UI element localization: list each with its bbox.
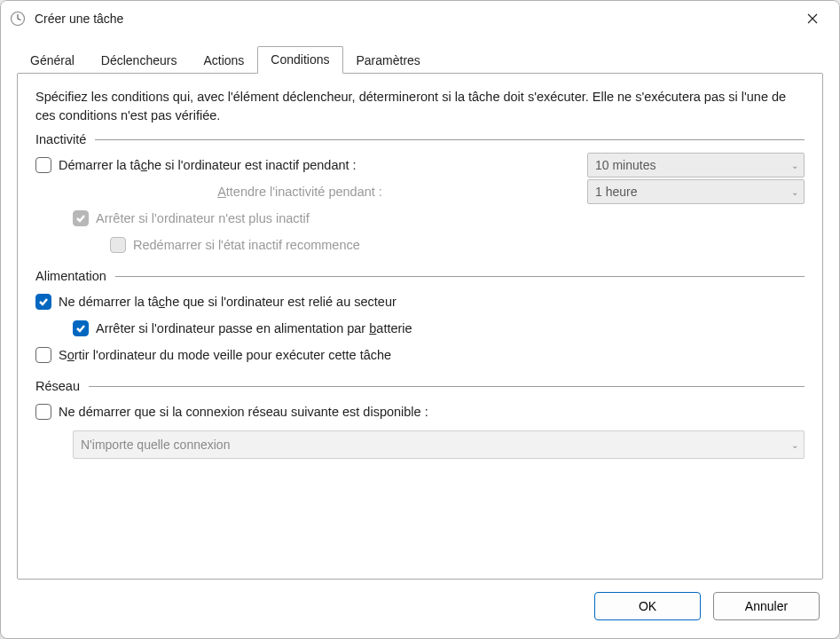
tab-actions[interactable]: Actions [190,47,257,74]
section-idle-title: Inactivité [35,132,95,146]
divider [95,139,805,140]
chevron-down-icon: ⌄ [791,440,798,450]
combo-network-connection-value: N'importe quelle connexion [81,438,230,452]
tab-settings[interactable]: Paramètres [343,47,434,74]
divider [89,386,805,387]
checkbox-only-on-ac[interactable] [35,294,51,310]
tab-conditions[interactable]: Conditions [257,46,342,74]
checkbox-stop-if-not-idle [73,210,89,226]
checkbox-start-if-idle[interactable] [35,157,51,173]
section-power: Alimentation Ne démarrer la tâche que si… [35,265,805,368]
cancel-button[interactable]: Annuler [713,592,820,620]
tab-panel-conditions: Spécifiez les conditions qui, avec l'élé… [17,73,823,580]
window-title: Créer une tâche [35,12,123,26]
tab-general[interactable]: Général [17,47,88,74]
close-icon [807,13,818,24]
tab-strip: Général Déclencheurs Actions Conditions … [1,36,839,73]
combo-idle-duration[interactable]: 10 minutes ⌄ [587,153,805,178]
clock-icon [10,11,26,27]
label-wake-to-run: Sortir l'ordinateur du mode veille pour … [59,348,391,362]
checkbox-restart-if-idle [110,237,126,253]
combo-network-connection[interactable]: N'importe quelle connexion ⌄ [73,430,805,459]
close-button[interactable] [795,3,830,35]
label-start-if-idle: Démarrer la tâche si l'ordinateur est in… [59,158,357,172]
label-stop-if-not-idle: Arrêter si l'ordinateur n'est plus inact… [96,211,310,225]
chevron-down-icon: ⌄ [791,187,798,197]
checkbox-stop-on-battery[interactable] [73,320,89,336]
divider [115,276,805,277]
label-restart-if-idle: Redémarrer si l'état inactif recommence [133,238,360,252]
create-task-dialog: Créer une tâche Général Déclencheurs Act… [0,0,840,639]
label-only-on-ac: Ne démarrer la tâche que si l'ordinateur… [59,295,396,309]
ok-button[interactable]: OK [594,592,701,620]
section-network: Réseau Ne démarrer que si la connexion r… [35,375,805,459]
label-only-if-network: Ne démarrer que si la connexion réseau s… [59,405,428,419]
combo-wait-duration-value: 1 heure [595,185,637,199]
combo-wait-duration[interactable]: 1 heure ⌄ [587,179,805,204]
chevron-down-icon: ⌄ [791,161,798,170]
checkbox-wake-to-run[interactable] [35,347,51,363]
section-power-title: Alimentation [35,269,115,283]
intro-text: Spécifiez les conditions qui, avec l'élé… [35,88,805,125]
titlebar: Créer une tâche [1,1,839,36]
checkbox-only-if-network[interactable] [35,404,51,420]
label-stop-on-battery: Arrêter si l'ordinateur passe en aliment… [96,321,412,335]
dialog-footer: OK Annuler [1,592,839,638]
label-wait-idle: Attendre l'inactivité pendant : [73,185,580,199]
section-idle: Inactivité Démarrer la tâche si l'ordina… [35,129,805,258]
tab-triggers[interactable]: Déclencheurs [88,47,191,74]
section-network-title: Réseau [35,379,89,393]
combo-idle-duration-value: 10 minutes [595,158,656,172]
